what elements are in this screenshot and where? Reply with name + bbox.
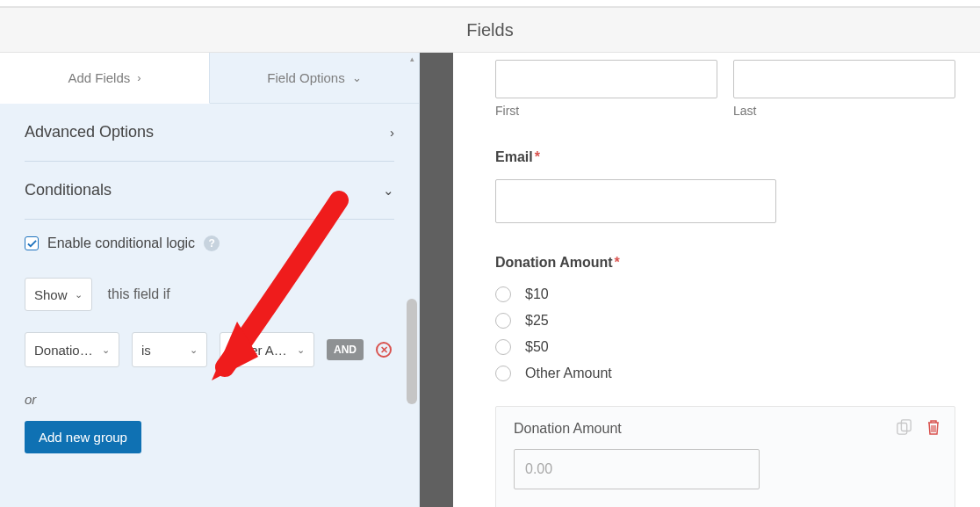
add-group-label: Add new group — [39, 430, 127, 445]
first-sublabel: First — [495, 104, 717, 118]
rule-operator-select[interactable]: is ⌄ — [132, 332, 207, 367]
radio-icon — [495, 313, 511, 329]
chevron-right-icon: › — [137, 71, 141, 84]
left-panel: Add Fields › Field Options ⌄ Advanced Op… — [0, 53, 420, 507]
section-advanced-label: Advanced Options — [25, 123, 154, 141]
amount-placeholder: 0.00 — [525, 461, 552, 477]
radio-icon — [495, 339, 511, 355]
scroll-thumb[interactable] — [407, 299, 417, 404]
panel-body: Advanced Options › Conditionals ⌄ Enable… — [0, 104, 419, 507]
radio-option[interactable]: $50 — [495, 339, 955, 355]
first-name-input[interactable] — [495, 60, 717, 98]
left-scrollbar[interactable]: ▴ — [405, 53, 419, 507]
preview-area: First Last Email* Donation Amount* $ — [453, 53, 980, 507]
chevron-down-icon: ⌄ — [75, 289, 83, 301]
donation-label-text: Donation Amount — [495, 255, 613, 270]
enable-conditional-row: Enable conditional logic ? — [25, 235, 394, 251]
enable-conditional-label: Enable conditional logic — [47, 235, 195, 251]
header-bar: Fields — [0, 7, 980, 53]
tab-field-options[interactable]: Field Options ⌄ — [210, 53, 419, 104]
required-asterisk: * — [535, 149, 540, 164]
radio-label: $10 — [525, 286, 549, 302]
donation-amount-label: Donation Amount* — [495, 255, 955, 271]
show-hide-value: Show — [34, 287, 68, 302]
rule-field-select[interactable]: Donatio… ⌄ — [25, 332, 119, 367]
enable-conditional-checkbox[interactable] — [25, 236, 39, 250]
chevron-right-icon: › — [390, 125, 394, 140]
conditionals-content: Enable conditional logic ? Show ⌄ this f… — [25, 220, 394, 453]
radio-icon — [495, 366, 511, 381]
section-advanced-options[interactable]: Advanced Options › — [25, 104, 394, 162]
last-sublabel: Last — [733, 104, 955, 118]
trash-icon[interactable] — [926, 419, 940, 435]
section-conditionals-label: Conditionals — [25, 181, 112, 199]
radio-option[interactable]: $10 — [495, 286, 955, 302]
show-row: Show ⌄ this field if — [25, 278, 394, 311]
chevron-down-icon: ⌄ — [352, 71, 362, 84]
preview-page: First Last Email* Donation Amount* $ — [453, 53, 980, 507]
add-new-group-button[interactable]: Add new group — [25, 421, 141, 453]
name-field-row: First Last — [495, 60, 955, 118]
email-label: Email* — [495, 149, 955, 165]
close-icon: ✕ — [380, 345, 388, 355]
radio-label: $25 — [525, 313, 549, 329]
and-label: AND — [334, 344, 357, 356]
check-icon — [27, 239, 37, 249]
scroll-up-icon: ▴ — [407, 54, 416, 63]
tab-add-fields[interactable]: Add Fields › — [0, 53, 210, 104]
and-button[interactable]: AND — [327, 339, 364, 360]
main-row: Add Fields › Field Options ⌄ Advanced Op… — [0, 53, 980, 507]
last-name-input[interactable] — [733, 60, 955, 98]
or-label: or — [25, 392, 394, 407]
delete-rule-button[interactable]: ✕ — [376, 342, 392, 358]
preview-gutter — [420, 53, 453, 507]
tab-add-fields-label: Add Fields — [68, 70, 130, 85]
required-asterisk: * — [615, 255, 620, 270]
donation-amount-input[interactable]: 0.00 — [514, 449, 760, 489]
rule-value-select[interactable]: Other A… ⌄ — [220, 332, 314, 367]
field-actions — [897, 419, 940, 435]
chevron-down-icon: ⌄ — [190, 344, 198, 356]
chevron-down-icon: ⌄ — [102, 344, 110, 356]
chevron-down-icon: ⌄ — [297, 344, 305, 356]
chevron-down-icon: ⌄ — [383, 183, 394, 199]
donation-options: $10 $25 $50 Other Amount — [495, 286, 955, 381]
duplicate-icon[interactable] — [897, 419, 912, 435]
condition-rule-row: Donatio… ⌄ is ⌄ Other A… ⌄ AND — [25, 332, 394, 367]
svg-rect-0 — [897, 424, 907, 435]
this-field-if-label: this field if — [108, 286, 170, 302]
radio-option[interactable]: $25 — [495, 313, 955, 329]
selected-field-box[interactable]: Donation Amount 0.00 — [495, 406, 955, 507]
top-strip — [0, 0, 980, 7]
radio-icon — [495, 286, 511, 302]
tab-field-options-label: Field Options — [267, 70, 344, 85]
show-hide-select[interactable]: Show ⌄ — [25, 278, 92, 311]
radio-label: Other Amount — [525, 366, 612, 381]
help-icon[interactable]: ? — [204, 235, 220, 251]
svg-rect-1 — [901, 420, 911, 431]
header-title: Fields — [466, 20, 513, 40]
rule-operator-value: is — [141, 343, 151, 358]
email-label-text: Email — [495, 149, 533, 164]
radio-label: $50 — [525, 339, 549, 355]
email-input[interactable] — [495, 179, 776, 223]
rule-value-text: Other A… — [229, 343, 287, 358]
tabs: Add Fields › Field Options ⌄ — [0, 53, 419, 104]
selected-field-title: Donation Amount — [514, 421, 937, 437]
rule-field-value: Donatio… — [34, 343, 93, 358]
section-conditionals[interactable]: Conditionals ⌄ — [25, 162, 394, 220]
radio-option[interactable]: Other Amount — [495, 366, 955, 381]
